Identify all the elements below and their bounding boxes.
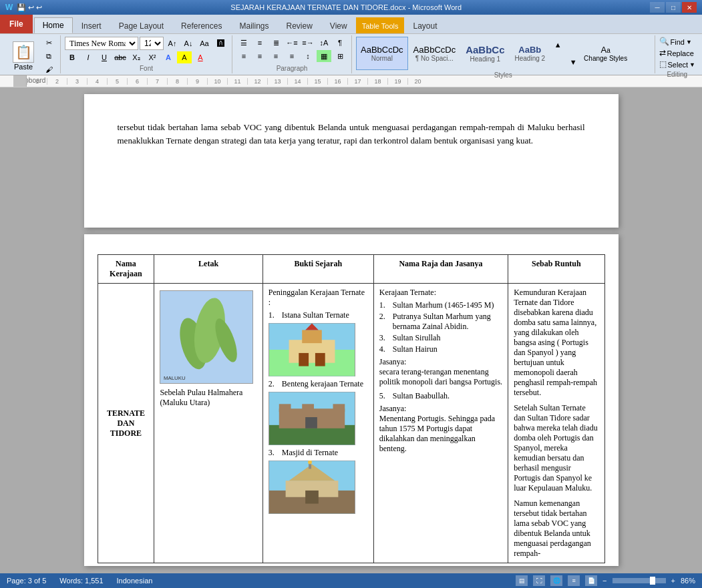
paste-button[interactable]: 📋 Paste (7, 38, 40, 74)
font-name-select[interactable]: Times New Roman (65, 37, 138, 50)
zoom-slider[interactable] (612, 578, 666, 583)
print-view-button[interactable]: ▤ (516, 575, 528, 586)
list-item: 3. Sultan Sirullah (379, 333, 502, 343)
svg-rect-17 (333, 404, 345, 412)
svg-rect-16 (302, 404, 314, 412)
style-no-spacing[interactable]: AaBbCcDc ¶ No Spaci... (409, 37, 461, 70)
tab-page-layout[interactable]: Page Layout (110, 17, 172, 33)
page-top: tersebut tidak bertahan lama sebab VOC y… (84, 94, 619, 228)
fullscreen-view-button[interactable]: ⛶ (533, 575, 545, 586)
shading-button[interactable]: ▦ (317, 50, 331, 62)
font-color-button[interactable]: A (193, 51, 208, 63)
increase-indent-button[interactable]: ≡→ (301, 37, 315, 49)
style-normal[interactable]: AaBbCcDc Normal (356, 37, 408, 70)
language[interactable]: Indonesian (117, 577, 153, 585)
paste-icon: 📋 (13, 41, 34, 63)
svg-rect-8 (302, 330, 322, 343)
benteng-image (269, 392, 355, 445)
paragraph-label: Paragraph (236, 63, 347, 72)
maximize-button[interactable]: □ (666, 2, 681, 13)
copy-button[interactable]: ⧉ (41, 50, 56, 62)
svg-rect-15 (279, 404, 291, 412)
file-tab[interactable]: File (0, 15, 33, 33)
paragraph-group: ☰ ≡ ≣ ←≡ ≡→ ↕A ¶ ≡ ≡ ≡ ≡ ↕ ▦ ⊞ (232, 35, 352, 73)
align-right-button[interactable]: ≡ (269, 50, 283, 62)
superscript-button[interactable]: X² (145, 51, 160, 63)
show-hide-button[interactable]: ¶ (333, 37, 347, 49)
outline-view-button[interactable]: ≡ (568, 575, 580, 586)
zoom-out-button[interactable]: − (602, 577, 606, 585)
increase-font-button[interactable]: A↑ (165, 37, 180, 49)
bold-button[interactable]: B (65, 51, 79, 63)
ribbon-tab-bar: File Home Insert Page Layout References … (0, 15, 702, 33)
tab-mailings[interactable]: Mailings (230, 17, 277, 33)
cut-button[interactable]: ✂ (41, 37, 56, 49)
list-item: 1. Istana Sultan Ternate (269, 310, 368, 320)
ribbon-controls: 📋 Paste ✂ ⧉ 🖌 Clipboard Times New Roman (0, 33, 702, 75)
document-area[interactable]: tersebut tidak bertahan lama sebab VOC y… (0, 87, 702, 573)
list-item: 5. Sultan Baabullah. (379, 391, 502, 401)
align-center-button[interactable]: ≡ (252, 50, 267, 62)
text-highlight-button[interactable]: A (177, 51, 192, 63)
format-painter-button[interactable]: 🖌 (41, 63, 56, 75)
zoom-in-button[interactable]: + (671, 577, 675, 585)
cell-raja: Kerajaan Ternate: 1. Sultan Marhum (1465… (373, 284, 508, 563)
cell-sebab: Kemunduran Kerajaan Ternate dan Tidore d… (508, 284, 604, 563)
word-icon: W (5, 3, 13, 12)
find-button[interactable]: 🔍 Find ▼ (659, 37, 696, 47)
styles-scroll-up[interactable]: ▲ (550, 37, 565, 53)
font-size-select[interactable]: 12 (140, 37, 164, 50)
tab-design[interactable]: Table Tools (356, 17, 405, 33)
change-styles-button[interactable]: Aa Change Styles (581, 43, 630, 63)
change-case-button[interactable]: Aa (197, 37, 212, 49)
web-view-button[interactable]: 🌐 (550, 575, 562, 586)
bukti-title: Peninggalan Kerajaan Ternate : (269, 288, 368, 308)
strikethrough-button[interactable]: abc (113, 51, 128, 63)
multilevel-button[interactable]: ≣ (269, 37, 283, 49)
underline-button[interactable]: U (97, 51, 112, 63)
styles-group: AaBbCcDc Normal AaBbCcDc ¶ No Spaci... A… (352, 35, 655, 73)
clear-format-button[interactable]: 🅰 (213, 37, 228, 49)
tab-home[interactable]: Home (34, 17, 73, 33)
style-heading2[interactable]: AaBb Heading 2 (510, 37, 550, 70)
tab-insert[interactable]: Insert (73, 17, 110, 33)
quick-access: 💾 ↩ ↩ (17, 3, 42, 12)
svg-text:MALUKU: MALUKU (164, 375, 186, 381)
align-left-button[interactable]: ≡ (236, 50, 251, 62)
minimize-button[interactable]: ─ (650, 2, 665, 13)
tab-review[interactable]: Review (277, 17, 321, 33)
close-button[interactable]: ✕ (682, 2, 697, 13)
borders-button[interactable]: ⊞ (333, 50, 347, 62)
bullets-button[interactable]: ☰ (236, 37, 251, 49)
decrease-font-button[interactable]: A↓ (181, 37, 196, 49)
ruler-left-margin (13, 75, 27, 87)
word-count: Words: 1,551 (59, 577, 103, 585)
jasanya-label: Jasanya: (379, 357, 502, 367)
numbering-button[interactable]: ≡ (252, 37, 267, 49)
select-button[interactable]: ⬚ Select ▼ (659, 59, 696, 69)
text-effect-button[interactable]: A (161, 51, 176, 63)
tab-layout[interactable]: Layout (404, 17, 446, 33)
list-item: 2. Benteng kerajaan Ternate (269, 379, 368, 389)
subscript-button[interactable]: X₂ (129, 51, 144, 63)
status-bar: Page: 3 of 5 Words: 1,551 Indonesian ▤ ⛶… (0, 573, 702, 588)
tab-references[interactable]: References (172, 17, 230, 33)
svg-rect-7 (289, 340, 335, 362)
svg-rect-18 (305, 417, 317, 428)
line-spacing-button[interactable]: ↕ (301, 50, 315, 62)
italic-button[interactable]: I (81, 51, 96, 63)
header-bukti: Bukti Sejarah (262, 255, 373, 284)
styles-scroll-down[interactable]: ▼ (566, 54, 580, 70)
sort-button[interactable]: ↕A (317, 37, 331, 49)
tab-view[interactable]: View (321, 17, 356, 33)
list-item: 3. Masjid di Ternate (269, 448, 368, 458)
letak-text: Sebelah Pulau Halmahera (Maluku Utara) (160, 388, 256, 408)
draft-view-button[interactable]: 📄 (585, 575, 597, 586)
justify-button[interactable]: ≡ (285, 50, 299, 62)
zoom-level[interactable]: 86% (681, 577, 695, 585)
decrease-indent-button[interactable]: ←≡ (285, 37, 299, 49)
replace-button[interactable]: ⇄ Replace (659, 48, 696, 58)
document-title: SEJARAH KERAJAAN TERNATE DAN TIDORE.docx… (230, 3, 462, 11)
style-heading1[interactable]: AaBbCc Heading 1 (461, 37, 509, 70)
svg-rect-10 (315, 353, 325, 366)
